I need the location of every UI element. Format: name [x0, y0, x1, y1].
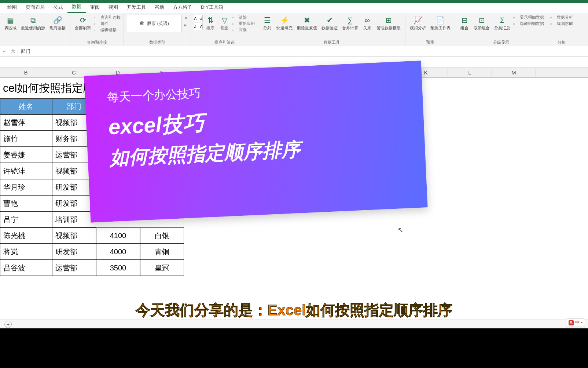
group-label: 排序和筛选 — [214, 39, 235, 45]
cell-r1-c0[interactable]: 施竹 — [0, 131, 52, 147]
cell-r7-c2[interactable]: 4100 — [96, 227, 140, 244]
tab-8[interactable]: 方方格子 — [169, 2, 196, 13]
g8-item-1[interactable]: ▫规划求解 — [550, 21, 573, 26]
cell-r7-c3[interactable]: 白银 — [140, 227, 184, 244]
cell-r8-c3[interactable]: 青铜 — [140, 244, 184, 260]
g6-btn-1[interactable]: 📄预测工作表 — [429, 15, 452, 31]
g4-item-1-icon: ▫ — [232, 21, 237, 26]
spacer-row — [0, 57, 588, 68]
arrow-right-icon[interactable]: ▸ — [183, 22, 188, 28]
group-sort-filter: A→Z Z→A ⇅排序 ▽筛选 ▫清除▫重新应用▫高级 排序和筛选 — [191, 13, 258, 46]
sort-asc-button[interactable]: A→Z — [194, 15, 203, 22]
g7-btn-2[interactable]: Σ分类汇总 — [493, 15, 512, 31]
g1-btn-1-icon: ⧉ — [28, 15, 38, 25]
cell-r4-c0[interactable]: 华月珍 — [0, 179, 52, 195]
g5-btn-2[interactable]: ✖删除重复值 — [295, 15, 319, 31]
cell-r6-c1[interactable]: 培训部 — [52, 211, 96, 227]
g6-btn-1-icon: 📄 — [436, 15, 445, 25]
cell-r3-c0[interactable]: 许铠沣 — [0, 163, 52, 179]
refresh-all-button[interactable]: ⟳ 全部刷新 — [73, 15, 92, 31]
cell-r9-c0[interactable]: 吕谷波 — [0, 260, 52, 276]
arrow-left-icon[interactable]: ◂ — [183, 15, 188, 21]
g2-item-0[interactable]: ▫查询和连接 — [94, 15, 121, 20]
g7-item-1[interactable]: ▫隐藏明细数据 — [513, 21, 544, 26]
g5-btn-5[interactable]: ∞关系 — [361, 15, 374, 31]
col-header-B[interactable]: B — [0, 68, 52, 77]
g2-item-2-icon: ▫ — [94, 28, 99, 33]
g7-btn-1-icon: ⊡ — [477, 15, 486, 25]
cell-r2-c0[interactable]: 姜睿婕 — [0, 147, 52, 163]
cell-r9-c1[interactable]: 运营部 — [52, 260, 96, 276]
cell-r8-c2[interactable]: 4000 — [96, 244, 140, 260]
g5-btn-3-icon: ✔ — [325, 15, 334, 25]
cell-r8-c0[interactable]: 蒋岚 — [0, 244, 52, 260]
tab-1[interactable]: 页面布局 — [21, 2, 49, 13]
g5-btn-4[interactable]: ∑合并计算 — [341, 15, 360, 31]
group-label: 查询和连接 — [87, 39, 107, 45]
g5-btn-2-icon: ✖ — [302, 15, 312, 25]
g7-btn-1[interactable]: ⊡取消组合 — [472, 15, 491, 31]
g2-item-2[interactable]: ▫编辑链接 — [94, 27, 121, 33]
g4-item-2[interactable]: ▫高级 — [232, 27, 255, 33]
add-sheet-button[interactable]: + — [4, 321, 12, 328]
g5-btn-0[interactable]: ☰分列 — [261, 15, 273, 31]
g1-btn-2[interactable]: 🔗现有连接 — [48, 15, 67, 31]
group-data-types: 🏛 股票 (英语) ◂ ▸ 数据类型 — [124, 13, 191, 46]
tab-9[interactable]: DIY工具箱 — [196, 2, 228, 13]
cell-r5-c0[interactable]: 曹艳 — [0, 195, 52, 211]
g4-item-0[interactable]: ▫清除 — [232, 15, 255, 20]
sheet-tabs-bar: + — [0, 320, 588, 328]
g1-btn-1[interactable]: ⧉最近使用的源 — [19, 15, 47, 31]
tab-5[interactable]: 视图 — [104, 2, 122, 13]
filter-button[interactable]: ▽筛选 — [218, 15, 231, 31]
g7-item-0[interactable]: ▫显示明细数据 — [513, 15, 544, 20]
filter-icon: ▽ — [220, 15, 229, 25]
ribbon: ▦表区域⧉最近使用的源🔗现有连接 ⟳ 全部刷新 ▫查询和连接▫属性▫编辑链接 查… — [0, 13, 588, 46]
group-label: 分级显示 — [493, 39, 509, 45]
group-label: 数据类型 — [149, 39, 165, 45]
tab-0[interactable]: 绘图 — [3, 2, 21, 13]
g5-btn-5-icon: ∞ — [363, 15, 372, 25]
tab-6[interactable]: 开发工具 — [122, 2, 150, 13]
fb-cancel-button[interactable]: ✓ — [0, 48, 9, 54]
g8-item-0[interactable]: ▫数据分析 — [550, 15, 573, 20]
group-outline: ⊟组合⊡取消组合Σ分类汇总 ▫显示明细数据▫隐藏明细数据 分级显示 — [455, 13, 547, 46]
building-icon: 🏛 — [140, 21, 144, 26]
table-header-0[interactable]: 姓名 — [0, 98, 52, 114]
cell-r9-c2[interactable]: 3500 — [96, 260, 140, 276]
sort-button[interactable]: ⇅排序 — [204, 15, 217, 31]
g5-btn-3[interactable]: ✔数据验证 — [320, 15, 339, 31]
tab-7[interactable]: 帮助 — [150, 2, 169, 13]
formula-input[interactable]: 部门 — [18, 46, 588, 56]
g5-btn-1[interactable]: ⚡快速填充 — [275, 15, 294, 31]
g5-btn-6-icon: ⊞ — [384, 15, 393, 25]
tab-4[interactable]: 审阅 — [86, 2, 104, 13]
g7-btn-0[interactable]: ⊟组合 — [458, 15, 471, 31]
cell-r9-c3[interactable]: 皇冠 — [140, 260, 184, 276]
cell-r8-c1[interactable]: 研发部 — [52, 244, 96, 260]
cell-r7-c0[interactable]: 陈光桃 — [0, 227, 52, 244]
cell-r6-c0[interactable]: 吕宁 — [0, 211, 52, 227]
table-row: 吕宁培训部 — [0, 211, 588, 227]
g1-btn-0[interactable]: ▦表区域 — [3, 15, 18, 31]
g5-btn-6[interactable]: ⊞管理数据模型 — [375, 15, 402, 31]
g2-item-1[interactable]: ▫属性 — [94, 21, 121, 26]
g7-item-1-icon: ▫ — [513, 21, 518, 26]
cell-r0-c0[interactable]: 赵雪萍 — [0, 114, 52, 131]
fx-icon[interactable]: fx — [9, 48, 18, 54]
g4-item-1[interactable]: ▫重新应用 — [232, 21, 255, 26]
group-analysis: ▫数据分析▫规划求解 分析 — [547, 13, 576, 46]
tab-3[interactable]: 数据 — [67, 1, 86, 13]
ime-indicator[interactable]: S 中 • — [566, 318, 585, 327]
cell-r7-c1[interactable]: 视频部 — [52, 227, 96, 244]
stock-type-box[interactable]: 🏛 股票 (英语) — [127, 15, 182, 32]
col-header-L[interactable]: L — [448, 68, 492, 77]
group-get-data: ▦表区域⧉最近使用的源🔗现有连接 — [0, 13, 70, 46]
sort-desc-button[interactable]: Z→A — [194, 23, 203, 30]
col-header-M[interactable]: M — [492, 68, 536, 77]
tab-2[interactable]: 公式 — [49, 2, 67, 13]
sort-icon: ⇅ — [206, 15, 215, 25]
formula-bar: ✓ fx 部门 — [0, 46, 588, 57]
table-row: 蒋岚研发部4000青铜 — [0, 244, 588, 260]
g6-btn-0[interactable]: 📈模拟分析 — [408, 15, 427, 31]
